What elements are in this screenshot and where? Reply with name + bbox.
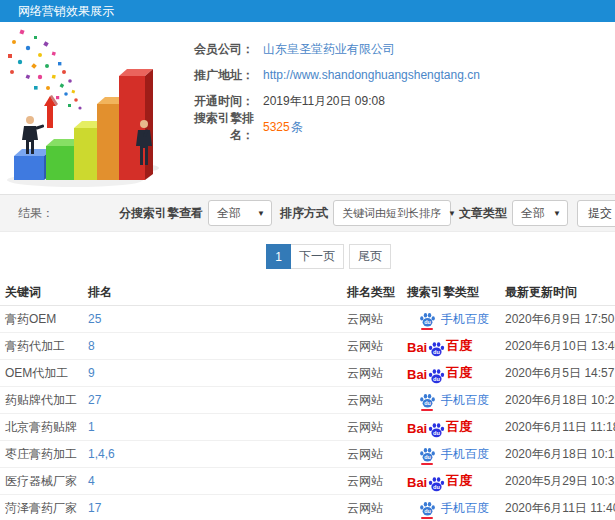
baidu-paw-icon: du bbox=[428, 422, 445, 438]
keyword-cell: OEM代加工 bbox=[0, 365, 88, 382]
baidu-logo: Bai du 百度 bbox=[407, 418, 472, 436]
open-time-label: 开通时间： bbox=[178, 93, 254, 110]
rank-count-number: 5325 bbox=[263, 120, 290, 134]
rank-link[interactable]: 25 bbox=[88, 312, 101, 326]
table-row: 菏泽膏药厂家 17 云网站 du手机百度 2020年6月11日 11:40 bbox=[0, 495, 615, 520]
baidu-paw-icon: du bbox=[419, 501, 436, 516]
bar-chart-illustration-svg bbox=[0, 28, 190, 190]
svg-text:du: du bbox=[424, 319, 431, 325]
keyword-cell: 北京膏药贴牌 bbox=[0, 419, 88, 436]
chevron-down-icon: ▼ bbox=[448, 209, 456, 218]
table-row: 医疗器械厂家 4 云网站 Bai du 百度 2020年5月29日 10:32 bbox=[0, 468, 615, 495]
info-row-url: 推广地址： http://www.shandonghuangshengtang.… bbox=[178, 62, 615, 88]
baidu-bai-text: Bai bbox=[407, 475, 427, 490]
rank-type-cell: 云网站 bbox=[347, 500, 407, 517]
page-1-button[interactable]: 1 bbox=[266, 244, 291, 269]
table-row: 药贴牌代加工 27 云网站 du手机百度 2020年6月18日 10:25 bbox=[0, 387, 615, 414]
baidu-bai-text: Bai bbox=[407, 367, 427, 382]
update-time-cell: 2020年6月9日 17:50 bbox=[505, 311, 615, 328]
rank-link[interactable]: 1 bbox=[88, 420, 95, 434]
engine-cell: du手机百度 bbox=[407, 392, 505, 409]
open-time-value: 2019年11月20日 09:08 bbox=[263, 93, 385, 110]
next-page-button[interactable]: 下一页 bbox=[291, 244, 344, 269]
engine-cell: du手机百度 bbox=[407, 446, 505, 463]
result-label: 结果： bbox=[18, 205, 54, 222]
mobile-baidu-logo: du手机百度 bbox=[419, 446, 489, 463]
baidu-paw-icon: du bbox=[428, 368, 445, 384]
engine-cell: du手机百度 bbox=[407, 500, 505, 517]
engine-cell: Bai du 百度 bbox=[407, 418, 505, 436]
keyword-cell: 菏泽膏药厂家 bbox=[0, 500, 88, 517]
table-row: 膏药OEM 25 云网站 du手机百度 2020年6月9日 17:50 bbox=[0, 306, 615, 333]
update-time-cell: 2020年5月29日 10:32 bbox=[505, 473, 615, 490]
businessman-left bbox=[22, 116, 44, 154]
engine-filter-select[interactable]: 全部 ▼ bbox=[208, 200, 272, 226]
svg-text:du: du bbox=[424, 508, 431, 514]
rank-link[interactable]: 1,4,6 bbox=[88, 447, 115, 461]
header-update-time: 最新更新时间 bbox=[505, 284, 615, 301]
header-rank: 排名 bbox=[88, 284, 347, 301]
marketing-growth-illustration bbox=[0, 28, 190, 190]
results-table-body: 膏药OEM 25 云网站 du手机百度 2020年6月9日 17:50 膏药代加… bbox=[0, 306, 615, 520]
update-time-cell: 2020年6月5日 14:57 bbox=[505, 365, 615, 382]
promo-url-link[interactable]: http://www.shandonghuangshengtang.cn bbox=[263, 68, 480, 82]
mobile-baidu-logo: du手机百度 bbox=[419, 311, 489, 328]
header-engine-type: 搜索引擎类型 bbox=[407, 284, 505, 301]
rank-count-value: 5325条 bbox=[263, 119, 303, 136]
keyword-cell: 药贴牌代加工 bbox=[0, 392, 88, 409]
sort-filter-select[interactable]: 关键词由短到长排序 ▼ bbox=[333, 200, 451, 226]
last-page-button[interactable]: 尾页 bbox=[349, 244, 391, 269]
sort-filter-label: 排序方式 bbox=[280, 205, 328, 222]
baidu-logo: Bai du 百度 bbox=[407, 337, 472, 355]
svg-text:du: du bbox=[433, 349, 440, 355]
info-row-company: 会员公司： 山东皇圣堂药业有限公司 bbox=[178, 36, 615, 62]
baidu-paw-icon: du bbox=[419, 393, 436, 408]
baidu-cn-text: 百度 bbox=[446, 418, 472, 436]
chevron-down-icon: ▼ bbox=[257, 209, 265, 218]
keyword-cell: 枣庄膏药加工 bbox=[0, 446, 88, 463]
rank-type-cell: 云网站 bbox=[347, 473, 407, 490]
rank-count-label: 搜索引擎排名： bbox=[178, 110, 254, 144]
confetti-dots bbox=[8, 29, 82, 109]
rank-link[interactable]: 9 bbox=[88, 366, 95, 380]
rank-type-cell: 云网站 bbox=[347, 311, 407, 328]
svg-text:du: du bbox=[433, 484, 440, 490]
update-time-cell: 2020年6月11日 11:40 bbox=[505, 500, 615, 517]
baidu-cn-text: 百度 bbox=[446, 472, 472, 490]
mobile-baidu-label: 手机百度 bbox=[441, 392, 489, 409]
sort-filter-value: 关键词由短到长排序 bbox=[342, 206, 441, 221]
company-info-panel: 会员公司： 山东皇圣堂药业有限公司 推广地址： http://www.shand… bbox=[178, 30, 615, 140]
keyword-cell: 膏药OEM bbox=[0, 311, 88, 328]
update-time-cell: 2020年6月10日 13:40 bbox=[505, 338, 615, 355]
rank-type-cell: 云网站 bbox=[347, 446, 407, 463]
baidu-logo: Bai du 百度 bbox=[407, 472, 472, 490]
update-time-cell: 2020年6月18日 10:19 bbox=[505, 446, 615, 463]
table-row: OEM代加工 9 云网站 Bai du 百度 2020年6月5日 14:57 bbox=[0, 360, 615, 387]
engine-filter-label: 分搜索引擎查看 bbox=[119, 205, 203, 222]
baidu-cn-text: 百度 bbox=[446, 337, 472, 355]
engine-cell: Bai du 百度 bbox=[407, 364, 505, 382]
rank-link[interactable]: 17 bbox=[88, 501, 101, 515]
rank-link[interactable]: 27 bbox=[88, 393, 101, 407]
rank-link[interactable]: 4 bbox=[88, 474, 95, 488]
update-time-cell: 2020年6月18日 10:25 bbox=[505, 392, 615, 409]
header-rank-type: 排名类型 bbox=[347, 284, 407, 301]
baidu-cn-text: 百度 bbox=[446, 364, 472, 382]
rank-count-unit: 条 bbox=[291, 120, 303, 134]
svg-text:du: du bbox=[424, 400, 431, 406]
table-row: 膏药代加工 8 云网站 Bai du 百度 2020年6月10日 13:40 bbox=[0, 333, 615, 360]
article-type-label: 文章类型 bbox=[459, 205, 507, 222]
baidu-paw-icon: du bbox=[428, 476, 445, 492]
header-keyword: 关键词 bbox=[0, 284, 88, 301]
submit-button[interactable]: 提交 bbox=[577, 200, 615, 227]
mobile-baidu-label: 手机百度 bbox=[441, 311, 489, 328]
company-label: 会员公司： bbox=[178, 41, 254, 58]
company-name-link[interactable]: 山东皇圣堂药业有限公司 bbox=[263, 41, 395, 58]
promo-url-label: 推广地址： bbox=[178, 67, 254, 84]
table-header-row: 关键词 排名 排名类型 搜索引擎类型 最新更新时间 bbox=[0, 280, 615, 306]
rank-type-cell: 云网站 bbox=[347, 419, 407, 436]
article-type-select[interactable]: 全部 ▼ bbox=[512, 200, 568, 226]
table-row: 北京膏药贴牌 1 云网站 Bai du 百度 2020年6月11日 11:18 bbox=[0, 414, 615, 441]
rank-link[interactable]: 8 bbox=[88, 339, 95, 353]
baidu-bai-text: Bai bbox=[407, 340, 427, 355]
